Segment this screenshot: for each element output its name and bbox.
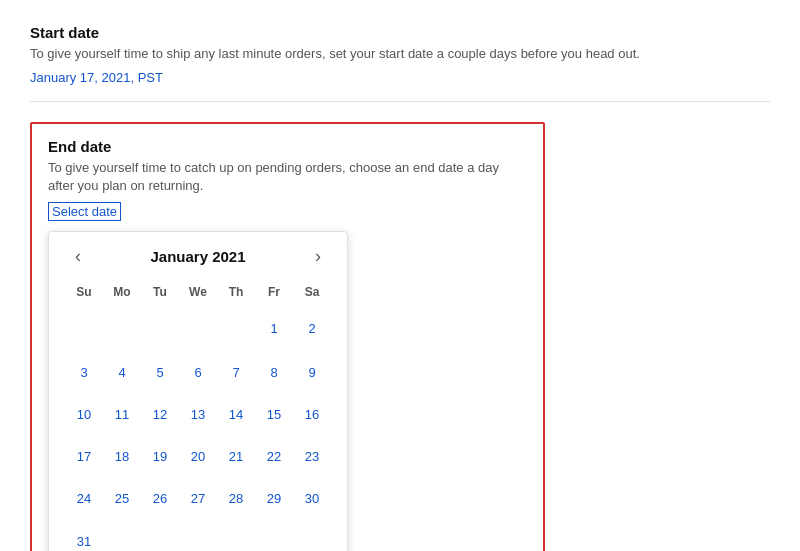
calendar-day[interactable]: 26 (141, 478, 179, 520)
calendar-day[interactable]: 31 (65, 520, 103, 551)
start-date-link[interactable]: January 17, 2021, PST (30, 70, 163, 85)
end-date-description: To give yourself time to catch up on pen… (48, 159, 527, 195)
calendar-day[interactable]: 21 (217, 436, 255, 478)
end-date-title: End date (48, 138, 527, 155)
calendar-day-header: Su (65, 281, 103, 307)
calendar-day[interactable]: 5 (141, 352, 179, 394)
start-date-section: Start date To give yourself time to ship… (30, 24, 770, 102)
calendar-day[interactable]: 6 (179, 352, 217, 394)
calendar-day[interactable]: 24 (65, 478, 103, 520)
calendar-empty-day (217, 520, 255, 551)
calendar-day[interactable]: 23 (293, 436, 331, 478)
calendar-day-header: Tu (141, 281, 179, 307)
calendar-day[interactable]: 4 (103, 352, 141, 394)
calendar-day[interactable]: 22 (255, 436, 293, 478)
calendar-day[interactable]: 2 (293, 307, 331, 352)
calendar-day[interactable]: 17 (65, 436, 103, 478)
calendar-empty-day (141, 520, 179, 551)
calendar-day[interactable]: 27 (179, 478, 217, 520)
calendar-day[interactable]: 29 (255, 478, 293, 520)
calendar-day[interactable]: 16 (293, 394, 331, 436)
calendar-header: ‹ January 2021 › (65, 248, 331, 265)
select-date-link[interactable]: Select date (48, 202, 121, 221)
calendar-empty-day (103, 307, 141, 352)
calendar-day[interactable]: 19 (141, 436, 179, 478)
calendar-empty-day (103, 520, 141, 551)
calendar-day[interactable]: 28 (217, 478, 255, 520)
calendar-day[interactable]: 9 (293, 352, 331, 394)
calendar-day[interactable]: 10 (65, 394, 103, 436)
start-date-title: Start date (30, 24, 770, 41)
calendar-day-header: Mo (103, 281, 141, 307)
calendar-day[interactable]: 20 (179, 436, 217, 478)
start-date-description: To give yourself time to ship any last m… (30, 45, 770, 63)
calendar-day[interactable]: 11 (103, 394, 141, 436)
calendar-day-header: Sa (293, 281, 331, 307)
calendar-month-title: January 2021 (150, 248, 245, 265)
calendar-day[interactable]: 12 (141, 394, 179, 436)
calendar-empty-day (255, 520, 293, 551)
calendar-day-header: Th (217, 281, 255, 307)
calendar-empty-day (179, 520, 217, 551)
calendar-day[interactable]: 30 (293, 478, 331, 520)
calendar-empty-day (141, 307, 179, 352)
end-date-section: End date To give yourself time to catch … (30, 122, 545, 551)
calendar-day[interactable]: 13 (179, 394, 217, 436)
calendar-day[interactable]: 8 (255, 352, 293, 394)
calendar-day[interactable]: 1 (255, 307, 293, 352)
calendar-day[interactable]: 3 (65, 352, 103, 394)
calendar-empty-day (65, 307, 103, 352)
calendar-day[interactable]: 14 (217, 394, 255, 436)
calendar-day[interactable]: 15 (255, 394, 293, 436)
prev-month-button[interactable]: ‹ (65, 242, 91, 271)
calendar-grid: SuMoTuWeThFrSa 1234567891011121314151617… (65, 281, 331, 551)
calendar-day-header: Fr (255, 281, 293, 307)
calendar-day[interactable]: 18 (103, 436, 141, 478)
next-month-button[interactable]: › (305, 242, 331, 271)
calendar-day[interactable]: 25 (103, 478, 141, 520)
calendar-empty-day (293, 520, 331, 551)
calendar-empty-day (217, 307, 255, 352)
calendar-day-header: We (179, 281, 217, 307)
calendar-empty-day (179, 307, 217, 352)
calendar-day[interactable]: 7 (217, 352, 255, 394)
calendar-picker: ‹ January 2021 › SuMoTuWeThFrSa 12345678… (48, 231, 348, 551)
